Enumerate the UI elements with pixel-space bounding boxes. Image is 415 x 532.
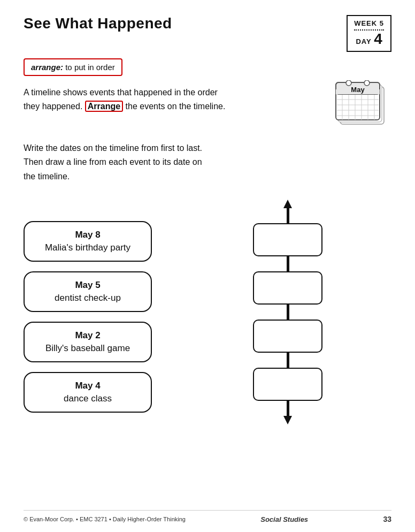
calendar-illustration: May (333, 80, 391, 131)
timeline-arrow-up (283, 200, 292, 208)
timeline-wrapper (253, 200, 322, 424)
vocab-box: arrange: to put in order (24, 58, 122, 76)
svg-point-5 (346, 80, 351, 86)
svg-text:May: May (351, 86, 365, 94)
week-day-badge: WEEK 5 DAY 4 (347, 15, 391, 52)
timeline-line-3 (287, 305, 289, 320)
timeline-box-1[interactable] (253, 223, 322, 256)
footer: © Evan-Moor Corp. • EMC 3271 • Daily Hig… (24, 510, 391, 523)
intro-paragraph: A timeline shows events that happened in… (24, 86, 322, 113)
instructions: Write the dates on the timeline from fir… (24, 141, 391, 184)
arrange-highlight: Arrange (85, 101, 123, 112)
event-name-2: dentist check-up (35, 293, 140, 303)
calendar-svg: May (333, 80, 391, 128)
day-number: 4 (374, 31, 382, 47)
event-name-4: dance class (35, 393, 140, 404)
header: See What Happened WEEK 5 DAY 4 (24, 15, 391, 52)
timeline-box-4[interactable] (253, 368, 322, 401)
event-date-4: May 4 (35, 381, 140, 391)
timeline-line-4 (287, 353, 289, 368)
timeline-line-2 (287, 256, 289, 271)
events-column: May 8 Malia's birthday party May 5 denti… (24, 200, 184, 413)
event-date-3: May 2 (35, 330, 140, 341)
event-card-2: May 5 dentist check-up (24, 271, 152, 312)
event-card-3: May 2 Billy's baseball game (24, 322, 152, 362)
footer-page: 33 (383, 515, 391, 523)
activity-area: May 8 Malia's birthday party May 5 denti… (24, 200, 391, 424)
instruction-line1: Write the dates on the timeline from fir… (24, 143, 202, 153)
footer-copyright: © Evan-Moor Corp. • EMC 3271 • Daily Hig… (24, 516, 186, 522)
timeline-arrow-down (283, 416, 292, 424)
svg-point-6 (364, 80, 370, 86)
intro-text: A timeline shows events that happened in… (24, 86, 322, 113)
instruction-line3: the timeline. (24, 172, 70, 181)
intro-line2-before: they happened. (24, 102, 82, 111)
event-card-4: May 4 dance class (24, 372, 152, 413)
week-label: WEEK 5 (354, 19, 384, 31)
event-name-1: Malia's birthday party (35, 242, 140, 253)
footer-subject: Social Studies (260, 515, 308, 523)
timeline-line-top (287, 208, 289, 223)
intro-section: A timeline shows events that happened in… (24, 86, 391, 131)
intro-line2-after: the events on the timeline. (126, 102, 226, 111)
event-card-1: May 8 Malia's birthday party (24, 221, 152, 262)
day-label: DAY (356, 37, 371, 45)
timeline-box-2[interactable] (253, 271, 322, 305)
vocab-definition: to put in order (65, 63, 115, 72)
timeline-line-bottom (287, 401, 289, 416)
vocab-word: arrange: (31, 63, 63, 72)
page-title: See What Happened (24, 15, 172, 32)
event-date-2: May 5 (35, 280, 140, 291)
event-date-1: May 8 (35, 230, 140, 240)
page: See What Happened WEEK 5 DAY 4 arrange: … (0, 0, 415, 532)
intro-line1: A timeline shows events that happened in… (24, 88, 218, 97)
timeline-box-3[interactable] (253, 320, 322, 353)
event-name-3: Billy's baseball game (35, 343, 140, 354)
timeline-column (184, 200, 391, 424)
instruction-line2: Then draw a line from each event to its … (24, 157, 202, 166)
